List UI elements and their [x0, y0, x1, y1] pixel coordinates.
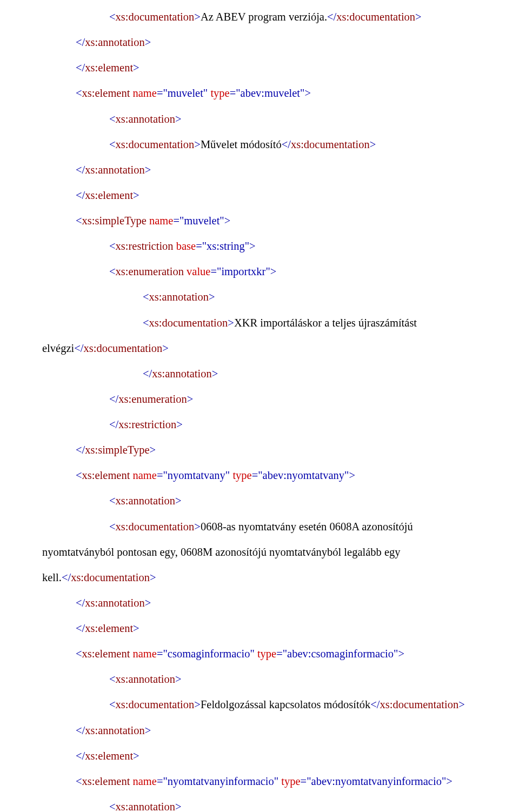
token-tag: xs:documentation	[116, 138, 195, 150]
token-br: >	[370, 138, 376, 150]
token-txt: kell.	[42, 571, 62, 583]
code-line: <xs:element name="nyomtatvanyinformacio"…	[42, 775, 477, 788]
token-tag: xs:annotation	[85, 724, 144, 736]
token-br: </	[76, 36, 85, 48]
token-br: >	[175, 113, 182, 125]
token-tag: xs:annotation	[152, 368, 211, 380]
token-eq: =	[157, 87, 163, 99]
token-tag: xs:documentation	[71, 571, 150, 583]
code-line: <xs:documentation>Az ABEV program verzió…	[42, 11, 477, 24]
token-txt: nyomtatványból pontosan egy, 0608M azono…	[42, 546, 401, 558]
token-tag: xs:documentation	[336, 11, 415, 23]
code-line: elvégzi</xs:documentation>	[42, 342, 477, 355]
token-br: >	[175, 673, 182, 685]
token-eq: =	[252, 469, 258, 481]
token-tag: xs:restriction	[116, 240, 174, 252]
code-line: </xs:annotation>	[42, 597, 477, 610]
token-val: "abev:muvelet"	[236, 87, 304, 99]
token-tag: xs:restriction	[118, 418, 176, 430]
token-br: <	[109, 673, 116, 685]
token-br: >	[145, 597, 151, 609]
code-line: <xs:element name="nyomtatvany" type="abe…	[42, 469, 477, 482]
token-br: <	[109, 495, 116, 507]
token-val: "nyomtatvany"	[163, 469, 230, 481]
code-line: </xs:simpleType>	[42, 444, 477, 457]
token-br: </	[74, 342, 83, 354]
token-val: "abev:nyomtatvany"	[258, 469, 349, 481]
token-att: type	[257, 648, 276, 660]
token-eq: =	[230, 87, 236, 99]
token-br: >	[398, 648, 404, 660]
token-br: >	[133, 750, 139, 762]
token-br: >	[446, 775, 453, 787]
token-br: <	[109, 138, 116, 150]
token-br: <	[109, 113, 116, 125]
token-tag: xs:element	[82, 648, 130, 660]
token-tag: xs:element	[82, 87, 130, 99]
token-att: name	[133, 648, 157, 660]
code-line: <xs:annotation>	[42, 673, 477, 686]
token-br: </	[327, 11, 336, 23]
token-br: >	[249, 240, 256, 252]
token-tag: xs:documentation	[116, 521, 195, 533]
token-br: </	[109, 418, 118, 430]
token-val: "muvelet"	[163, 87, 208, 99]
token-br: </	[76, 597, 85, 609]
token-tag: xs:annotation	[85, 164, 144, 176]
code-line: <xs:element name="muvelet" type="abev:mu…	[42, 87, 477, 100]
token-att: name	[133, 469, 157, 481]
token-br: >	[176, 418, 183, 430]
token-br: <	[109, 11, 116, 23]
token-tag: xs:annotation	[85, 36, 144, 48]
token-br: >	[175, 801, 182, 812]
token-att: name	[149, 215, 173, 227]
token-br: <	[109, 521, 116, 533]
token-br: >	[145, 36, 151, 48]
token-eq: =	[157, 775, 163, 787]
token-tag: xs:element	[85, 750, 133, 762]
token-br: <	[109, 265, 116, 277]
token-att: base	[176, 240, 196, 252]
token-att: name	[133, 775, 157, 787]
token-br: >	[304, 87, 311, 99]
token-tag: xs:annotation	[116, 673, 175, 685]
code-line: <xs:annotation>	[42, 495, 477, 508]
token-att: type	[210, 87, 229, 99]
token-tag: xs:annotation	[149, 291, 209, 303]
token-att: value	[187, 265, 210, 277]
token-br: </	[76, 444, 85, 456]
code-line: </xs:annotation>	[42, 36, 477, 49]
token-tag: xs:annotation	[116, 495, 175, 507]
token-txt: Feldolgozással kapcsolatos módosítók	[201, 698, 370, 710]
token-br: >	[458, 698, 465, 710]
token-eq: =	[210, 265, 217, 277]
token-txt: Az ABEV program verziója.	[201, 11, 327, 23]
code-line: </xs:element>	[42, 750, 477, 763]
token-br: </	[76, 189, 85, 201]
token-att: name	[133, 87, 157, 99]
token-txt: elvégzi	[42, 342, 74, 354]
token-br: <	[143, 317, 149, 329]
token-br: <	[109, 240, 116, 252]
token-br: </	[109, 393, 118, 405]
token-tag: xs:documentation	[149, 317, 228, 329]
token-val: "importxkr"	[217, 265, 270, 277]
token-br: >	[133, 62, 139, 74]
token-br: >	[150, 444, 156, 456]
code-line: </xs:annotation>	[42, 368, 477, 381]
token-br: >	[349, 469, 355, 481]
code-line: </xs:restriction>	[42, 418, 477, 431]
token-br: >	[228, 317, 234, 329]
token-val: "muvelet"	[179, 215, 224, 227]
token-br: >	[194, 698, 201, 710]
token-br: <	[76, 215, 82, 227]
token-tag: xs:annotation	[116, 801, 175, 812]
token-br: >	[175, 495, 182, 507]
token-br: </	[282, 138, 291, 150]
token-txt: XKR importáláskor a teljes újraszámítást	[234, 317, 417, 329]
code-line: <xs:documentation>Feldolgozással kapcsol…	[42, 698, 477, 711]
token-val: "abev:nyomtatvanyinformacio"	[307, 775, 446, 787]
token-eq: =	[157, 469, 163, 481]
token-br: </	[62, 571, 71, 583]
token-eq: =	[276, 648, 283, 660]
